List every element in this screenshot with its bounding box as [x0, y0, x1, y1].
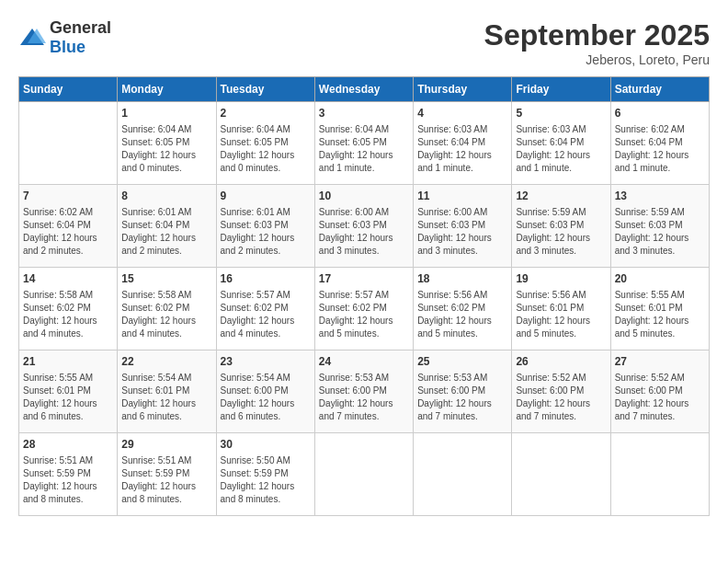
- table-row: 22Sunrise: 5:54 AM Sunset: 6:01 PM Dayli…: [118, 350, 216, 433]
- table-row: [314, 433, 413, 516]
- table-row: 28Sunrise: 5:51 AM Sunset: 5:59 PM Dayli…: [19, 433, 118, 516]
- day-number: 22: [121, 354, 211, 370]
- cell-content: Sunrise: 5:50 AM Sunset: 5:59 PM Dayligh…: [221, 454, 311, 506]
- table-row: 15Sunrise: 5:58 AM Sunset: 6:02 PM Dayli…: [118, 268, 216, 350]
- month-title: September 2025: [484, 18, 710, 52]
- day-number: 15: [121, 271, 211, 287]
- day-number: 7: [23, 189, 113, 204]
- table-row: 11Sunrise: 6:00 AM Sunset: 6:03 PM Dayli…: [414, 185, 512, 268]
- day-number: 12: [516, 189, 606, 204]
- cell-content: Sunrise: 5:59 AM Sunset: 6:03 PM Dayligh…: [516, 206, 606, 258]
- cell-content: Sunrise: 5:51 AM Sunset: 5:59 PM Dayligh…: [23, 454, 113, 506]
- day-number: 13: [615, 189, 705, 204]
- day-number: 30: [221, 437, 311, 453]
- table-row: 4Sunrise: 6:03 AM Sunset: 6:04 PM Daylig…: [414, 102, 512, 185]
- table-row: 12Sunrise: 5:59 AM Sunset: 6:03 PM Dayli…: [512, 185, 610, 268]
- cell-content: Sunrise: 6:03 AM Sunset: 6:04 PM Dayligh…: [516, 123, 606, 175]
- table-row: 21Sunrise: 5:55 AM Sunset: 6:01 PM Dayli…: [19, 350, 118, 433]
- day-number: 28: [23, 437, 113, 453]
- table-row: 7Sunrise: 6:02 AM Sunset: 6:04 PM Daylig…: [19, 185, 118, 268]
- day-number: 6: [615, 106, 705, 121]
- cell-content: Sunrise: 5:58 AM Sunset: 6:02 PM Dayligh…: [121, 289, 211, 340]
- day-number: 23: [221, 354, 311, 370]
- table-row: 5Sunrise: 6:03 AM Sunset: 6:04 PM Daylig…: [512, 102, 610, 185]
- cell-content: Sunrise: 6:04 AM Sunset: 6:05 PM Dayligh…: [319, 123, 409, 175]
- table-row: [512, 433, 610, 516]
- cell-content: Sunrise: 6:03 AM Sunset: 6:04 PM Dayligh…: [417, 123, 507, 175]
- day-number: 29: [121, 437, 211, 453]
- header-cell-saturday: Saturday: [610, 77, 709, 102]
- header-cell-monday: Monday: [118, 77, 216, 102]
- logo-blue-text: Blue: [50, 38, 85, 56]
- table-row: 8Sunrise: 6:01 AM Sunset: 6:04 PM Daylig…: [118, 185, 216, 268]
- table-row: [19, 102, 118, 185]
- cell-content: Sunrise: 5:52 AM Sunset: 6:00 PM Dayligh…: [615, 372, 705, 423]
- cell-content: Sunrise: 5:55 AM Sunset: 6:01 PM Dayligh…: [615, 289, 705, 340]
- day-number: 20: [615, 271, 705, 287]
- day-number: 9: [221, 189, 311, 204]
- calendar-week-5: 28Sunrise: 5:51 AM Sunset: 5:59 PM Dayli…: [19, 433, 710, 516]
- day-number: 19: [516, 271, 606, 287]
- table-row: 13Sunrise: 5:59 AM Sunset: 6:03 PM Dayli…: [610, 185, 709, 268]
- day-number: 14: [23, 271, 113, 287]
- cell-content: Sunrise: 6:00 AM Sunset: 6:03 PM Dayligh…: [319, 206, 409, 258]
- header-cell-sunday: Sunday: [19, 77, 118, 102]
- table-row: 6Sunrise: 6:02 AM Sunset: 6:04 PM Daylig…: [610, 102, 709, 185]
- day-number: 8: [121, 189, 211, 204]
- cell-content: Sunrise: 5:55 AM Sunset: 6:01 PM Dayligh…: [23, 372, 113, 423]
- day-number: 2: [221, 106, 311, 121]
- cell-content: Sunrise: 6:00 AM Sunset: 6:03 PM Dayligh…: [417, 206, 507, 258]
- day-number: 17: [319, 271, 409, 287]
- title-area: September 2025 Jeberos, Loreto, Peru: [484, 18, 710, 67]
- day-number: 1: [121, 106, 211, 121]
- table-row: 27Sunrise: 5:52 AM Sunset: 6:00 PM Dayli…: [610, 350, 709, 433]
- table-row: 3Sunrise: 6:04 AM Sunset: 6:05 PM Daylig…: [314, 102, 413, 185]
- day-number: 25: [417, 354, 507, 370]
- day-number: 18: [417, 271, 507, 287]
- table-row: 30Sunrise: 5:50 AM Sunset: 5:59 PM Dayli…: [216, 433, 314, 516]
- table-row: 20Sunrise: 5:55 AM Sunset: 6:01 PM Dayli…: [610, 268, 709, 350]
- cell-content: Sunrise: 5:58 AM Sunset: 6:02 PM Dayligh…: [23, 289, 113, 340]
- logo-general-text: General: [50, 18, 111, 37]
- cell-content: Sunrise: 5:56 AM Sunset: 6:01 PM Dayligh…: [516, 289, 606, 340]
- cell-content: Sunrise: 5:51 AM Sunset: 5:59 PM Dayligh…: [121, 454, 211, 506]
- table-row: 10Sunrise: 6:00 AM Sunset: 6:03 PM Dayli…: [314, 185, 413, 268]
- cell-content: Sunrise: 5:54 AM Sunset: 6:00 PM Dayligh…: [221, 372, 311, 423]
- table-row: [610, 433, 709, 516]
- cell-content: Sunrise: 6:01 AM Sunset: 6:03 PM Dayligh…: [221, 206, 311, 258]
- header-cell-friday: Friday: [512, 77, 610, 102]
- table-row: 16Sunrise: 5:57 AM Sunset: 6:02 PM Dayli…: [216, 268, 314, 350]
- table-row: 1Sunrise: 6:04 AM Sunset: 6:05 PM Daylig…: [118, 102, 216, 185]
- table-row: 2Sunrise: 6:04 AM Sunset: 6:05 PM Daylig…: [216, 102, 314, 185]
- table-row: 14Sunrise: 5:58 AM Sunset: 6:02 PM Dayli…: [19, 268, 118, 350]
- table-row: 19Sunrise: 5:56 AM Sunset: 6:01 PM Dayli…: [512, 268, 610, 350]
- table-row: 18Sunrise: 5:56 AM Sunset: 6:02 PM Dayli…: [414, 268, 512, 350]
- day-number: 16: [221, 271, 311, 287]
- table-row: 17Sunrise: 5:57 AM Sunset: 6:02 PM Dayli…: [314, 268, 413, 350]
- calendar-week-4: 21Sunrise: 5:55 AM Sunset: 6:01 PM Dayli…: [19, 350, 710, 433]
- table-row: 24Sunrise: 5:53 AM Sunset: 6:00 PM Dayli…: [314, 350, 413, 433]
- cell-content: Sunrise: 5:57 AM Sunset: 6:02 PM Dayligh…: [221, 289, 311, 340]
- day-number: 10: [319, 189, 409, 204]
- cell-content: Sunrise: 6:04 AM Sunset: 6:05 PM Dayligh…: [121, 123, 211, 175]
- header-cell-thursday: Thursday: [414, 77, 512, 102]
- cell-content: Sunrise: 5:56 AM Sunset: 6:02 PM Dayligh…: [417, 289, 507, 340]
- table-row: 9Sunrise: 6:01 AM Sunset: 6:03 PM Daylig…: [216, 185, 314, 268]
- table-row: 29Sunrise: 5:51 AM Sunset: 5:59 PM Dayli…: [118, 433, 216, 516]
- cell-content: Sunrise: 5:54 AM Sunset: 6:01 PM Dayligh…: [121, 372, 211, 423]
- calendar-week-2: 7Sunrise: 6:02 AM Sunset: 6:04 PM Daylig…: [19, 185, 710, 268]
- calendar-week-3: 14Sunrise: 5:58 AM Sunset: 6:02 PM Dayli…: [19, 268, 710, 350]
- cell-content: Sunrise: 6:01 AM Sunset: 6:04 PM Dayligh…: [121, 206, 211, 258]
- cell-content: Sunrise: 6:02 AM Sunset: 6:04 PM Dayligh…: [23, 206, 113, 258]
- day-number: 5: [516, 106, 606, 121]
- table-row: 26Sunrise: 5:52 AM Sunset: 6:00 PM Dayli…: [512, 350, 610, 433]
- cell-content: Sunrise: 5:53 AM Sunset: 6:00 PM Dayligh…: [417, 372, 507, 423]
- day-number: 24: [319, 354, 409, 370]
- table-row: 23Sunrise: 5:54 AM Sunset: 6:00 PM Dayli…: [216, 350, 314, 433]
- cell-content: Sunrise: 5:59 AM Sunset: 6:03 PM Dayligh…: [615, 206, 705, 258]
- day-number: 21: [23, 354, 113, 370]
- table-row: [414, 433, 512, 516]
- header-cell-tuesday: Tuesday: [216, 77, 314, 102]
- day-number: 3: [319, 106, 409, 121]
- day-number: 27: [615, 354, 705, 370]
